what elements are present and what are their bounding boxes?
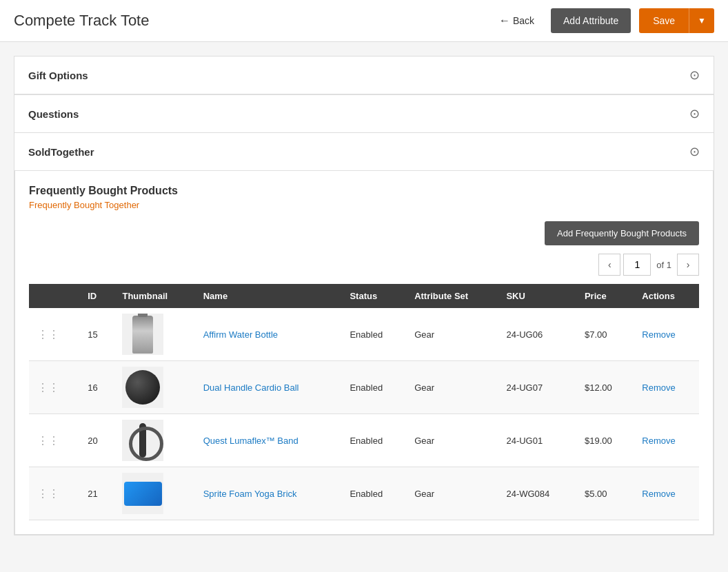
sold-together-section: SoldTogether ⊙ Frequently Bought Product… [14,132,714,535]
name-cell: Affirm Water Bottle [195,308,342,361]
fbt-subtitle: Frequently Bought Together [29,200,699,210]
name-cell: Quest Lumaflex™ Band [195,414,342,467]
products-table: ID Thumbnail Name Status Attribute Set S… [29,284,699,520]
drag-handle-icon[interactable]: ⋮⋮ [37,488,59,500]
thumbnail-cell [114,467,194,520]
pagination: ‹ of 1 › [29,254,699,276]
price-cell: $19.00 [576,414,634,467]
remove-button[interactable]: Remove [642,436,675,446]
drag-handle-icon[interactable]: ⋮⋮ [37,382,59,394]
price-cell: $7.00 [576,308,634,361]
actions-cell: Remove [634,414,699,467]
gift-options-title: Gift Options [28,70,88,81]
table-row: ⋮⋮ 21 Sprite Foam Yoga Brick Enabled Gea… [29,467,699,520]
page-header: Compete Track Tote ← Back Add Attribute … [0,0,728,42]
product-thumbnail [122,314,163,355]
status-cell: Enabled [341,467,406,520]
sku-cell: 24-UG06 [498,308,576,361]
save-button-group: Save ▼ [639,8,714,33]
col-thumbnail: Thumbnail [114,284,194,308]
save-button[interactable]: Save [639,8,689,33]
product-link[interactable]: Affirm Water Bottle [203,329,278,340]
page-of-label: of 1 [654,260,674,270]
questions-title: Questions [28,108,79,120]
thumbnail-cell [114,414,194,467]
id-cell: 15 [79,308,114,361]
sku-cell: 24-UG01 [498,414,576,467]
col-price: Price [576,284,634,308]
fbt-section: Frequently Bought Products Frequently Bo… [14,171,714,535]
next-page-button[interactable]: › [677,254,699,276]
prev-page-button[interactable]: ‹ [598,254,620,276]
col-name: Name [195,284,342,308]
attribute-set-cell: Gear [406,361,498,414]
questions-section: Questions ⊙ [14,94,714,133]
col-sku: SKU [498,284,576,308]
save-dropdown-button[interactable]: ▼ [689,8,714,33]
gift-options-chevron-icon: ⊙ [689,68,700,83]
status-cell: Enabled [341,361,406,414]
remove-button[interactable]: Remove [642,329,675,340]
add-fbt-button[interactable]: Add Frequently Bought Products [545,221,699,245]
drag-cell[interactable]: ⋮⋮ [29,414,79,467]
attribute-set-cell: Gear [406,414,498,467]
page-input[interactable] [623,254,651,276]
drag-cell[interactable]: ⋮⋮ [29,361,79,414]
actions-cell: Remove [634,467,699,520]
table-row: ⋮⋮ 16 Dual Handle Cardio Ball Enabled Ge… [29,361,699,414]
gift-options-header[interactable]: Gift Options ⊙ [14,57,714,94]
price-cell: $5.00 [576,467,634,520]
table-row: ⋮⋮ 15 Affirm Water Bottle Enabled Gear 2… [29,308,699,361]
status-cell: Enabled [341,414,406,467]
fbt-title: Frequently Bought Products [29,185,699,197]
table-header-row: ID Thumbnail Name Status Attribute Set S… [29,284,699,308]
questions-header[interactable]: Questions ⊙ [14,95,714,133]
lumaflex-image [129,423,156,458]
sold-together-chevron-icon: ⊙ [689,144,700,159]
cardio-ball-image [125,370,160,405]
questions-chevron-icon: ⊙ [689,106,700,121]
drag-cell[interactable]: ⋮⋮ [29,467,79,520]
name-cell: Dual Handle Cardio Ball [195,361,342,414]
sold-together-title: SoldTogether [28,146,94,158]
product-thumbnail [122,420,163,461]
main-content: Gift Options ⊙ Questions ⊙ SoldTogether … [0,42,728,549]
id-cell: 16 [79,361,114,414]
remove-button[interactable]: Remove [642,382,675,393]
thumbnail-cell [114,361,194,414]
add-attribute-button[interactable]: Add Attribute [551,8,631,33]
actions-cell: Remove [634,361,699,414]
col-drag [29,284,79,308]
table-row: ⋮⋮ 20 Quest Lumaflex™ Band Enabled Gear … [29,414,699,467]
product-link[interactable]: Sprite Foam Yoga Brick [203,489,297,499]
fbt-header-row: Add Frequently Bought Products [29,221,699,245]
col-status: Status [341,284,406,308]
product-link[interactable]: Dual Handle Cardio Ball [203,382,299,393]
thumbnail-cell [114,308,194,361]
id-cell: 21 [79,467,114,520]
product-link[interactable]: Quest Lumaflex™ Band [203,436,299,446]
name-cell: Sprite Foam Yoga Brick [195,467,342,520]
sku-cell: 24-UG07 [498,361,576,414]
back-arrow-icon: ← [499,14,510,27]
yoga-brick-image [124,482,162,506]
page-title: Compete Track Tote [14,12,483,30]
product-thumbnail [122,473,163,514]
drag-handle-icon[interactable]: ⋮⋮ [37,435,59,447]
col-actions: Actions [634,284,699,308]
col-id: ID [79,284,114,308]
back-button[interactable]: ← Back [491,9,543,32]
table-body: ⋮⋮ 15 Affirm Water Bottle Enabled Gear 2… [29,308,699,520]
table-head: ID Thumbnail Name Status Attribute Set S… [29,284,699,308]
drag-cell[interactable]: ⋮⋮ [29,308,79,361]
water-bottle-image [132,316,153,354]
status-cell: Enabled [341,308,406,361]
actions-cell: Remove [634,308,699,361]
col-attribute-set: Attribute Set [406,284,498,308]
back-label: Back [513,15,534,26]
attribute-set-cell: Gear [406,308,498,361]
price-cell: $12.00 [576,361,634,414]
remove-button[interactable]: Remove [642,489,675,499]
sold-together-header[interactable]: SoldTogether ⊙ [14,133,714,171]
drag-handle-icon[interactable]: ⋮⋮ [37,329,59,340]
